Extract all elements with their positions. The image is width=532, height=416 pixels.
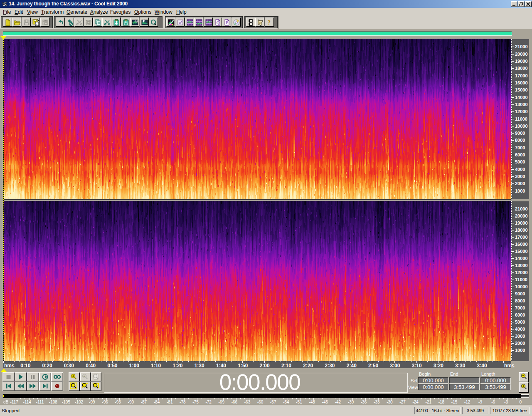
svg-text:?: ? [268, 20, 271, 26]
svg-text:Q: Q [217, 20, 220, 25]
svg-text:P: P [226, 20, 228, 25]
